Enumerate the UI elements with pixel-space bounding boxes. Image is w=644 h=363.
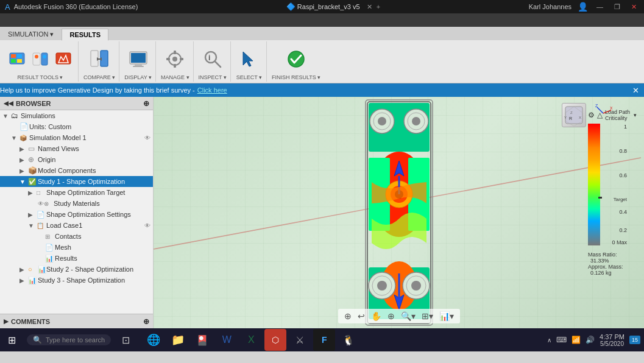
svg-text:Y: Y: [564, 116, 567, 119]
vp-btn-display[interactable]: ⊞▾: [419, 310, 436, 322]
tree-expander-study-2[interactable]: ▶: [19, 266, 28, 273]
tree-expander-shape-opt-target[interactable]: ▶: [28, 189, 37, 196]
task-view-button[interactable]: ⊡: [115, 329, 136, 351]
taskbar-app-explorer[interactable]: 📁: [167, 329, 189, 351]
comments-settings-icon[interactable]: ⊕: [143, 317, 149, 326]
new-tab-icon[interactable]: +: [377, 3, 380, 10]
svg-rect-2: [17, 54, 22, 58]
taskbar-app-fusion[interactable]: F: [313, 329, 335, 351]
comments-panel[interactable]: ▶ COMMENTS ⊕: [0, 314, 153, 328]
tree-item-origin[interactable]: ▶ ⊕ Origin: [0, 154, 153, 165]
browser-expand-icon[interactable]: ◀◀: [4, 100, 13, 107]
tree-item-shape-opt-settings[interactable]: ▶ 📄 Shape Optimization Settings: [0, 209, 153, 220]
tree-icon-origin: ⊕: [28, 155, 38, 164]
tree-expander-origin[interactable]: ▶: [19, 157, 28, 163]
tree-label-results: Results: [55, 255, 150, 262]
minimize-button[interactable]: —: [594, 3, 606, 10]
network-icon[interactable]: 📶: [571, 336, 581, 344]
tree-item-model-components[interactable]: ▶ 📦 Model Components: [0, 165, 153, 176]
tab-simulation[interactable]: SIMULATION ▾: [0, 28, 62, 40]
display-button[interactable]: [125, 48, 152, 72]
notification-badge[interactable]: 15: [629, 336, 640, 344]
app-title: Autodesk Fusion 360 (Education License): [14, 3, 138, 10]
svg-text:R: R: [569, 116, 572, 121]
browser-settings-icon[interactable]: ⊕: [143, 99, 149, 108]
legend-dropdown-icon[interactable]: ▾: [634, 112, 637, 118]
taskbar-app-tux[interactable]: 🐧: [338, 329, 359, 351]
viewport[interactable]: Z X Y R Z X ⚙ △ Load Path Criticality ▾: [154, 97, 644, 328]
select-icon: [239, 49, 259, 71]
user-avatar-icon: 👤: [578, 2, 588, 12]
chevron-up-icon[interactable]: ∧: [547, 337, 551, 344]
tree-item-load-case1[interactable]: ▼ 📋 Load Case1 👁: [0, 220, 153, 231]
legend-expand-icon[interactable]: △: [597, 111, 603, 119]
taskbar-app-dark[interactable]: ⚔: [289, 329, 311, 351]
navcube[interactable]: Z X Y R: [562, 103, 586, 127]
keyboard-icon[interactable]: ⌨: [556, 336, 567, 344]
tree-item-mesh[interactable]: 📄 Mesh: [0, 242, 153, 253]
tree-expander-study-3[interactable]: ▶: [19, 277, 28, 284]
taskbar-app-edge[interactable]: 🌐: [143, 329, 165, 351]
legend-settings-icon[interactable]: ⚙: [588, 111, 595, 119]
tree-item-study-2[interactable]: ▶ ○ 📊 Study 2 - Shape Optimization: [0, 264, 153, 275]
ribbon-group-compare: COMPARE ▾: [80, 41, 119, 82]
inspect-button[interactable]: i: [199, 48, 226, 72]
taskbar-app-powerpoint[interactable]: 🎴: [191, 329, 213, 351]
vp-btn-look[interactable]: 🔍▾: [398, 310, 418, 322]
restore-button[interactable]: ❐: [612, 3, 623, 11]
tree-icon-simulations: 🗂: [11, 111, 21, 120]
tree-item-simulations[interactable]: ▼ 🗂 Simulations: [0, 110, 153, 121]
tab-results[interactable]: RESULTS: [62, 29, 108, 41]
svg-rect-18: [135, 64, 142, 66]
result-tool-btn-1[interactable]: [6, 51, 28, 72]
result-tool-btn-3[interactable]: [52, 51, 74, 72]
tree-expander-named-views[interactable]: ▶: [19, 146, 28, 152]
tree-icon-shape-opt-target: □: [37, 189, 46, 196]
close-button[interactable]: ✕: [629, 3, 639, 11]
clock[interactable]: 4:37 PM 5/5/2020: [600, 333, 625, 347]
vp-btn-home[interactable]: ⊕: [342, 310, 354, 322]
tree-expander-load-case1[interactable]: ▼: [28, 222, 37, 229]
tree-expander-model-components[interactable]: ▶: [19, 167, 28, 174]
result-tool-btn-2[interactable]: [29, 51, 51, 72]
start-button[interactable]: ⊞: [0, 328, 23, 351]
manage-button[interactable]: [161, 48, 188, 72]
tree-expander-sim-model[interactable]: ▼: [11, 135, 19, 141]
tree-eye-study-materials[interactable]: 👁: [38, 200, 44, 207]
tree-icon-study-1: ✅: [28, 178, 38, 186]
browser-title: BROWSER: [16, 100, 51, 107]
volume-icon[interactable]: 🔊: [586, 336, 595, 344]
vp-btn-measure[interactable]: 📊▾: [437, 310, 456, 322]
tree-expander-study-1[interactable]: ▼: [19, 178, 28, 185]
tree-eye-load-case1[interactable]: 👁: [144, 222, 150, 229]
tree-item-study-1[interactable]: ▼ ✅ Study 1 - Shape Optimization: [0, 176, 153, 187]
tree-expander-shape-opt-settings[interactable]: ▶: [28, 211, 37, 218]
survey-link[interactable]: Click here: [197, 86, 227, 94]
legend-label-08: 0.8: [619, 148, 627, 154]
tree-item-shape-opt-target[interactable]: ▶ □ Shape Optimization Target: [0, 187, 153, 198]
tree-item-results[interactable]: 📊 Results: [0, 253, 153, 264]
tree-item-contacts[interactable]: ⊞ Contacts: [0, 231, 153, 242]
survey-close-icon[interactable]: ✕: [632, 86, 639, 95]
tree-item-study-materials[interactable]: 👁 ⊗ Study Materials: [0, 198, 153, 209]
taskbar-app-excel[interactable]: X: [240, 329, 262, 351]
comments-label: COMMENTS: [11, 318, 50, 325]
ribbon-content: RESULT TOOLS ▾ COMPARE: [0, 40, 644, 83]
vp-btn-pan[interactable]: ✋: [369, 310, 384, 322]
tree-item-sim-model[interactable]: ▼ 📦 Simulation Model 1 👁: [0, 132, 153, 143]
vp-btn-zoom[interactable]: ⊕: [385, 310, 397, 322]
tree-expander-simulations[interactable]: ▼: [2, 113, 11, 119]
approx-mass-row: Approx. Mass: 0.126 kg: [588, 264, 637, 276]
tree-item-units[interactable]: 📄 Units: Custom: [0, 121, 153, 132]
tree-eye-sim-model[interactable]: 👁: [144, 135, 150, 141]
taskbar-app-red[interactable]: ⬡: [264, 329, 286, 351]
finish-results-button[interactable]: [283, 48, 310, 72]
vp-btn-arrow[interactable]: ↩: [355, 310, 367, 322]
compare-button[interactable]: [86, 48, 113, 72]
tree-item-study-3[interactable]: ▶ 📊 Study 3 - Shape Optimization: [0, 275, 153, 286]
taskbar-app-word[interactable]: W: [216, 329, 238, 351]
select-button[interactable]: [236, 48, 263, 72]
tab-close-icon[interactable]: ✕: [367, 3, 372, 10]
tree-item-named-views[interactable]: ▶ ▭ Named Views: [0, 143, 153, 154]
search-bar[interactable]: 🔍 Type here to search: [27, 334, 111, 345]
